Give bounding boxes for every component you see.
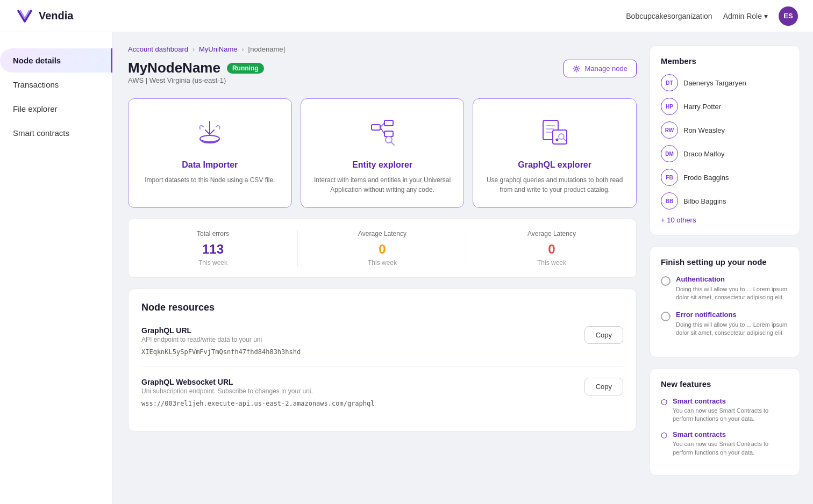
gear-icon — [573, 65, 580, 73]
app-layout: Node details Transactions File explorer … — [0, 32, 813, 504]
stat-errors-label: Total errors — [129, 230, 297, 237]
svg-rect-10 — [553, 130, 567, 144]
resource-graphql-ws-info: GraphQL Websocket URL Uni subscription e… — [141, 378, 584, 395]
member-dm-name: Draco Malfoy — [683, 150, 725, 158]
data-importer-card[interactable]: Data Importer Import datasets to this No… — [128, 98, 292, 208]
entity-explorer-desc: Interact with items and entities in your… — [312, 175, 453, 195]
new-feature-1: ⬡ Smart contracts You can now use Smart … — [661, 397, 789, 423]
node-header: MyNodeName Running AWS | West Virginia (… — [128, 60, 637, 95]
setup-auth-desc: Doing this will allow you to ... Lorem i… — [676, 285, 789, 302]
setup-error-radio[interactable] — [661, 312, 671, 321]
data-importer-icon — [139, 115, 281, 152]
setup-auth-title[interactable]: Authentication — [676, 275, 789, 283]
resources-section: Node resources GraphQL URL API endpoint … — [128, 289, 637, 431]
stats-row: Total errors 113 This week Average Laten… — [128, 219, 637, 278]
member-bb-name: Bilbo Baggins — [683, 197, 726, 205]
resource-graphql-ws-url: GraphQL Websocket URL Uni subscription e… — [141, 366, 623, 407]
stat-latency2-label: Average Latency — [467, 230, 636, 237]
status-badge: Running — [227, 63, 264, 74]
resource-graphql-ws-url-row: GraphQL Websocket URL Uni subscription e… — [141, 378, 623, 395]
setup-error-desc: Doing this will allow you to ... Lorem i… — [676, 321, 789, 337]
setup-error-content: Error notifications Doing this will allo… — [676, 311, 789, 337]
resource-graphql-url-name: GraphQL URL — [141, 326, 584, 335]
topnav: Vendia Bobcupcakesorganization Admin Rol… — [0, 0, 813, 32]
member-hp-avatar: HP — [661, 98, 678, 115]
breadcrumb-uni-name[interactable]: MyUniName — [199, 45, 238, 53]
member-bb: BB Bilbo Baggins — [661, 192, 789, 210]
member-bb-avatar: BB — [661, 192, 678, 210]
svg-point-0 — [575, 67, 578, 70]
resource-graphql-ws-desc: Uni subscription endpoint. Subscribe to … — [141, 387, 584, 395]
stat-avg-latency-2: Average Latency 0 This week — [467, 230, 636, 267]
graphql-explorer-desc: Use graphql queries and mutations to bot… — [484, 175, 625, 195]
vendia-logo-icon — [15, 6, 34, 26]
new-feature-2-content: Smart contracts You can now use Smart Co… — [673, 430, 789, 457]
new-feature-1-desc: You can now use Smart Contracts to perfo… — [673, 407, 789, 423]
member-dt: DT Daenerys Targaryen — [661, 74, 789, 91]
members-card: Members DT Daenerys Targaryen HP Harry P… — [650, 45, 800, 235]
member-dt-avatar: DT — [661, 74, 678, 91]
svg-point-5 — [386, 136, 392, 143]
setup-title: Finish setting up your node — [661, 257, 789, 267]
breadcrumb-sep-2: › — [242, 46, 244, 53]
resource-graphql-ws-value: wss://003rel1jeh.execute-api.us-east-2.a… — [141, 400, 623, 407]
logo[interactable]: Vendia — [15, 6, 73, 26]
svg-rect-4 — [384, 131, 393, 136]
setup-auth-content: Authentication Doing this will allow you… — [676, 275, 789, 302]
stat-errors-period: This week — [129, 259, 297, 267]
data-importer-desc: Import datasets to this Node using a CSV… — [139, 175, 281, 185]
user-avatar[interactable]: ES — [779, 6, 798, 26]
center-panel: Account dashboard › MyUniName › [nodenam… — [128, 45, 637, 491]
member-dm: DM Draco Malfoy — [661, 145, 789, 162]
right-panel: Members DT Daenerys Targaryen HP Harry P… — [650, 45, 800, 491]
member-hp-name: Harry Potter — [683, 103, 721, 111]
sidebar: Node details Transactions File explorer … — [0, 32, 113, 504]
members-more-link[interactable]: + 10 others — [661, 216, 789, 224]
sidebar-item-transactions[interactable]: Transactions — [0, 73, 112, 97]
new-features-title: New features — [661, 379, 789, 388]
external-link-icon-1: ⬡ — [661, 398, 667, 406]
graphql-explorer-title: GraphQL explorer — [484, 160, 625, 170]
admin-role-dropdown[interactable]: Admin Role ▾ — [723, 12, 768, 20]
member-fb-name: Frodo Baggins — [683, 174, 729, 182]
stat-latency1-label: Average Latency — [298, 230, 467, 237]
resource-graphql-ws-name: GraphQL Websocket URL — [141, 378, 584, 386]
setup-error-title[interactable]: Error notifications — [676, 311, 789, 319]
resource-graphql-url: GraphQL URL API endpoint to read/write d… — [141, 326, 623, 356]
resource-graphql-url-info: GraphQL URL API endpoint to read/write d… — [141, 326, 584, 343]
new-feature-2: ⬡ Smart contracts You can now use Smart … — [661, 430, 789, 457]
copy-graphql-ws-button[interactable]: Copy — [584, 378, 623, 395]
sidebar-item-node-details[interactable]: Node details — [0, 48, 112, 73]
graphql-explorer-card[interactable]: GraphQL explorer Use graphql queries and… — [473, 98, 637, 208]
breadcrumb-sep-1: › — [192, 46, 195, 53]
feature-cards: Data Importer Import datasets to this No… — [128, 98, 637, 208]
new-feature-2-desc: You can now use Smart Contracts to perfo… — [673, 440, 789, 457]
svg-rect-3 — [384, 120, 393, 126]
resource-graphql-url-value: XIEqknKL5ySpFVmFvjTmQsnfh47fhd84h83h3hsh… — [141, 348, 623, 356]
stat-total-errors: Total errors 113 This week — [129, 230, 297, 267]
svg-point-12 — [555, 139, 558, 141]
setup-error-notifications: Error notifications Doing this will allo… — [661, 311, 789, 337]
node-subtitle: AWS | West Virginia (us-east-1) — [128, 76, 264, 84]
entity-explorer-title: Entity explorer — [312, 160, 453, 170]
entity-explorer-card[interactable]: Entity explorer Interact with items and … — [301, 98, 465, 208]
graphql-explorer-icon — [484, 115, 625, 152]
node-name: MyNodeName — [128, 60, 220, 76]
copy-graphql-url-button[interactable]: Copy — [584, 326, 623, 344]
stat-latency1-period: This week — [298, 259, 467, 267]
sidebar-item-file-explorer[interactable]: File explorer — [0, 97, 112, 121]
stat-errors-value: 113 — [129, 242, 297, 257]
resources-title: Node resources — [141, 302, 623, 313]
new-feature-1-title[interactable]: Smart contracts — [673, 397, 789, 405]
stat-latency1-value: 0 — [298, 242, 467, 257]
stat-latency2-value: 0 — [467, 242, 636, 257]
setup-authentication: Authentication Doing this will allow you… — [661, 275, 789, 302]
manage-node-button[interactable]: Manage node — [564, 60, 637, 77]
breadcrumb-account-dashboard[interactable]: Account dashboard — [128, 45, 188, 53]
new-features-card: New features ⬡ Smart contracts You can n… — [650, 368, 800, 476]
new-feature-1-content: Smart contracts You can now use Smart Co… — [673, 397, 789, 423]
sidebar-item-smart-contracts[interactable]: Smart contracts — [0, 121, 112, 145]
setup-auth-radio[interactable] — [661, 276, 671, 286]
member-rw: RW Ron Weasley — [661, 121, 789, 139]
new-feature-2-title[interactable]: Smart contracts — [673, 430, 789, 438]
